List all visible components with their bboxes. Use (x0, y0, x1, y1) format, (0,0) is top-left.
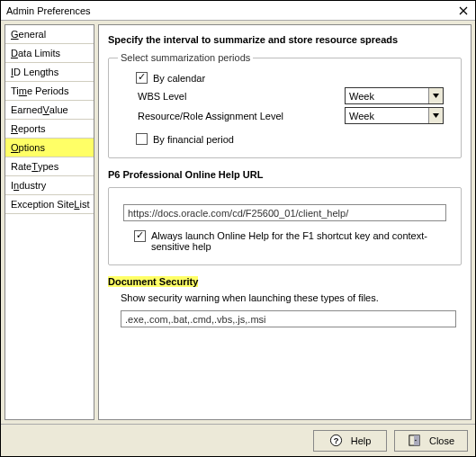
tab-time-periods[interactable]: Time Periods (5, 82, 94, 101)
file-extensions-input[interactable] (121, 310, 456, 327)
resource-level-select[interactable]: Week (345, 107, 444, 124)
content-pane: Specify the interval to summarize and st… (98, 24, 472, 420)
chevron-down-icon (428, 88, 443, 103)
tab-general[interactable]: General (5, 25, 94, 44)
sidebar: General Data Limits ID Lengths Time Peri… (4, 24, 94, 420)
help-icon: ? (329, 434, 344, 448)
close-button-label: Close (429, 435, 454, 446)
help-button[interactable]: ? Help (313, 430, 387, 452)
close-button[interactable]: Close (394, 430, 468, 452)
chevron-down-icon (428, 108, 443, 123)
tab-reports[interactable]: Reports (5, 120, 94, 139)
svg-point-8 (416, 440, 418, 442)
by-calendar-checkbox[interactable] (136, 72, 148, 84)
wbs-level-select[interactable]: Week (345, 87, 444, 104)
svg-marker-3 (433, 113, 439, 118)
resource-spreads-heading: Specify the interval to summarize and st… (108, 34, 462, 45)
door-icon (408, 434, 422, 448)
admin-preferences-dialog: Admin Preferences General Data Limits ID… (0, 0, 476, 457)
tab-rate-types[interactable]: Rate Types (5, 157, 94, 176)
tab-industry[interactable]: Industry (5, 176, 94, 195)
always-online-help-label: Always launch Online Help for the F1 sho… (151, 230, 452, 252)
by-financial-label: By financial period (153, 134, 234, 145)
help-url-heading: P6 Professional Online Help URL (108, 169, 462, 180)
by-calendar-label: By calendar (153, 73, 205, 84)
svg-text:?: ? (334, 436, 339, 445)
by-financial-checkbox[interactable] (136, 133, 148, 145)
summarization-group: Select summarization periods By calendar… (108, 52, 462, 158)
resource-level-label: Resource/Role Assignment Level (138, 111, 345, 121)
wbs-level-value: Week (349, 91, 374, 102)
wbs-level-label: WBS Level (138, 91, 345, 102)
help-url-input[interactable] (123, 204, 446, 221)
resource-level-value: Week (349, 111, 374, 121)
help-button-label: Help (351, 435, 372, 446)
svg-rect-7 (414, 435, 419, 445)
tab-earned-value[interactable]: Earned Value (5, 101, 94, 120)
tab-options[interactable]: Options (5, 139, 94, 157)
window-title: Admin Preferences (6, 5, 91, 16)
summarization-legend: Select summarization periods (118, 52, 253, 63)
tab-data-limits[interactable]: Data Limits (5, 44, 94, 63)
document-security-heading: Document Security (108, 276, 462, 287)
always-online-help-checkbox[interactable] (134, 230, 146, 242)
tab-id-lengths[interactable]: ID Lengths (5, 63, 94, 82)
svg-marker-2 (433, 94, 439, 98)
titlebar: Admin Preferences (1, 1, 475, 21)
tab-exception-site-list[interactable]: Exception Site List (5, 195, 94, 214)
dialog-footer: ? Help Close (1, 424, 475, 456)
help-url-group: Always launch Online Help for the F1 sho… (108, 187, 462, 265)
close-icon[interactable] (455, 3, 472, 19)
document-security-text: Show security warning when launching the… (121, 292, 462, 303)
